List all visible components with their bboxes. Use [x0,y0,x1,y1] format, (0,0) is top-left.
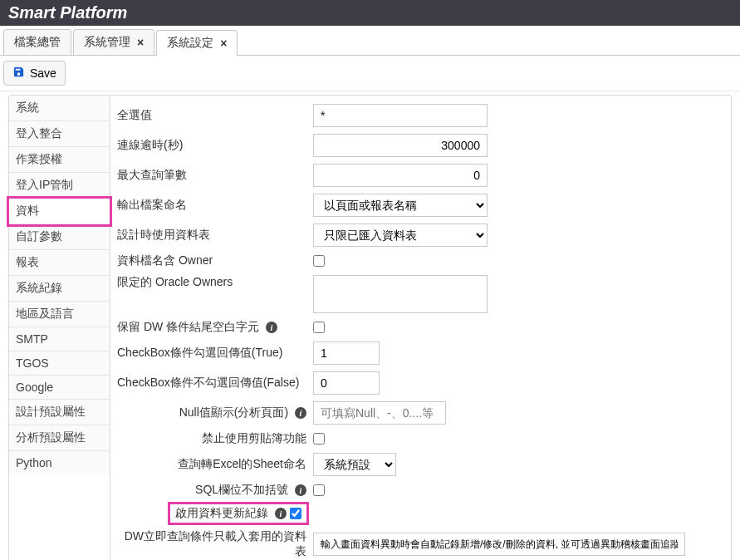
main-area: 系統 登入整合 作業授權 登入IP管制 資料 自訂參數 報表 系統紀錄 地區及語… [0,91,740,560]
sidebar-item-custom-params[interactable]: 自訂參數 [9,224,110,250]
app-header: Smart Platform [0,0,740,26]
sidebar-item-login-integration[interactable]: 登入整合 [9,121,110,147]
save-icon [12,66,25,81]
app-title: Smart Platform [8,3,127,22]
checkbox-keep-dw[interactable] [313,322,325,333]
label-output-file: 輸出檔案命名 [117,198,313,213]
info-icon[interactable]: i [295,484,306,496]
label-sql-no-bracket: SQL欄位不加括號 i [117,483,313,498]
input-max-query[interactable] [313,164,488,187]
label-max-query: 最大查詢筆數 [117,168,313,183]
input-all-value[interactable] [313,104,488,127]
checkbox-enable-update-log[interactable] [290,508,301,519]
tab-label: 系統設定 [167,36,213,51]
settings-sidebar: 系統 登入整合 作業授權 登入IP管制 資料 自訂參數 報表 系統紀錄 地區及語… [8,95,110,560]
input-conn-timeout[interactable] [313,134,488,157]
sidebar-item-system[interactable]: 系統 [9,96,110,121]
toolbar: Save [0,56,740,91]
tab-system-mgmt[interactable]: 系統管理 × [73,29,154,55]
select-output-file[interactable]: 以頁面或報表名稱 [313,194,488,217]
tab-label: 系統管理 [84,35,130,50]
label-null-display: Null值顯示(分析頁面) i [117,405,313,420]
label-cb-true: CheckBox條件勾選回傳值(True) [117,346,313,361]
sidebar-item-system-log[interactable]: 系統紀錄 [9,276,110,302]
label-design-table: 設計時使用資料表 [117,228,313,243]
input-dw-load[interactable] [313,533,685,556]
label-owner: 資料檔名含 Owner [117,253,313,268]
save-label: Save [30,66,56,80]
sidebar-item-data[interactable]: 資料 [9,199,110,224]
sidebar-item-google[interactable]: Google [9,376,110,400]
tab-label: 檔案總管 [14,35,61,50]
label-conn-timeout: 連線逾時(秒) [117,138,313,153]
tab-system-settings[interactable]: 系統設定 × [156,30,238,56]
sidebar-item-analysis-defaults[interactable]: 分析預設屬性 [9,425,110,451]
select-design-table[interactable]: 只限已匯入資料表 [313,224,488,247]
checkbox-owner[interactable] [313,255,325,267]
label-enable-update-log: 啟用資料更新紀錄 i [117,504,313,523]
sidebar-item-smtp[interactable]: SMTP [9,327,110,351]
input-cb-true[interactable] [313,341,380,365]
tab-strip: 檔案總管 系統管理 × 系統設定 × [0,26,740,56]
save-button[interactable]: Save [3,61,66,86]
close-icon[interactable]: × [137,36,144,49]
textarea-oracle-owners[interactable] [313,275,488,313]
select-excel-sheet[interactable]: 系統預設 [313,453,396,476]
input-null-display[interactable] [313,401,446,425]
settings-content: 全選值 連線逾時(秒) 最大查詢筆數 輸出檔案命名 以頁面或報表名稱 設計時使用… [110,95,732,560]
close-icon[interactable]: × [220,37,227,50]
highlight-enable-update-log: 啟用資料更新紀錄 i [170,504,306,523]
label-disable-clipboard: 禁止使用剪貼簿功能 [117,431,313,446]
info-icon[interactable]: i [266,322,277,333]
info-icon[interactable]: i [275,508,287,519]
checkbox-disable-clipboard[interactable] [313,433,325,445]
sidebar-item-ip-control[interactable]: 登入IP管制 [9,173,110,199]
sidebar-item-tgos[interactable]: TGOS [9,351,110,376]
sidebar-item-authorization[interactable]: 作業授權 [9,147,110,173]
checkbox-sql-no-bracket[interactable] [313,484,325,496]
input-cb-false[interactable] [313,371,380,395]
tab-file-explorer[interactable]: 檔案總管 [3,29,71,55]
label-oracle-owners: 限定的 Oracle Owners [117,275,313,290]
label-cb-false: CheckBox條件不勾選回傳值(False) [117,376,313,391]
sidebar-item-report[interactable]: 報表 [9,250,110,276]
label-dw-load: DW立即查詢條件只載入套用的資料表 [117,529,313,559]
label-excel-sheet: 查詢轉Excel的Sheet命名 [117,457,313,472]
label-all-value: 全選值 [117,108,313,123]
sidebar-item-design-defaults[interactable]: 設計預設屬性 [9,400,110,425]
info-icon[interactable]: i [295,407,306,419]
label-keep-dw: 保留 DW 條件結尾空白字元 i [117,320,313,335]
sidebar-item-python[interactable]: Python [9,451,110,474]
sidebar-item-locale[interactable]: 地區及語言 [9,302,110,327]
